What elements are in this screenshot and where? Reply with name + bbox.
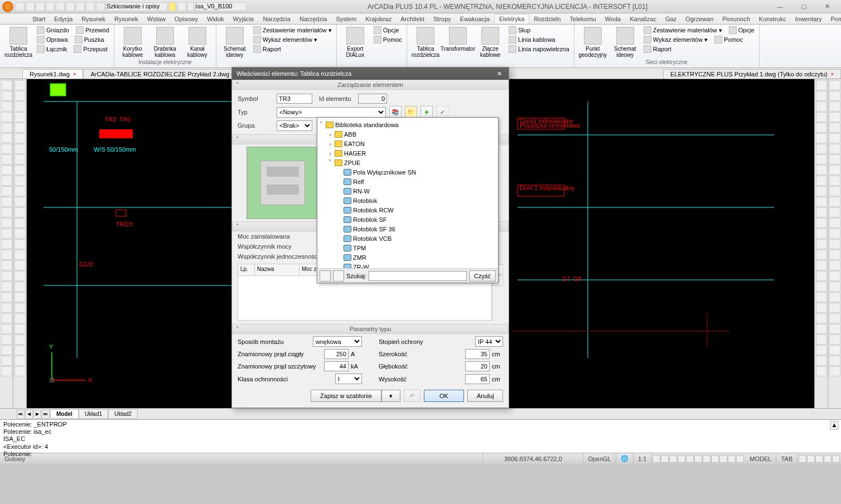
tool-button[interactable] (1, 112, 12, 122)
ribbon-large-button[interactable]: Tablica rozdzielcza (410, 26, 441, 59)
table-header-cell[interactable]: Lp. (238, 264, 255, 275)
ribbon-large-button[interactable]: Transformator (443, 26, 473, 53)
tab-first-button[interactable]: ⏮ (17, 410, 25, 419)
tool-button[interactable] (14, 186, 26, 196)
tool-button[interactable] (816, 91, 827, 101)
tool-button[interactable] (829, 165, 840, 175)
tool-button[interactable] (816, 292, 827, 302)
ribbon-large-button[interactable]: Tablica rozdzielcza (3, 26, 33, 59)
qat-sun-icon[interactable] (168, 2, 176, 11)
ok-button[interactable]: OK (424, 390, 464, 402)
save-template-dropdown[interactable]: ▾ (381, 390, 400, 402)
tool-button[interactable] (1, 250, 12, 260)
command-line-panel[interactable]: Polecenie: _ENTPROP Polecenie: isa_ec IS… (0, 419, 841, 453)
tool-button[interactable] (14, 133, 26, 143)
menu-item[interactable]: Opisowy (170, 14, 202, 23)
ribbon-small-button[interactable]: Linia kablowa (508, 35, 557, 44)
clear-button[interactable]: Czyść (469, 270, 496, 282)
tool-button[interactable] (1, 80, 12, 90)
section-header-manage[interactable]: ˅Zarządzanie elementem (232, 80, 509, 90)
tool-button[interactable] (14, 207, 26, 217)
tree-leaf[interactable]: RN-W (318, 186, 497, 196)
wys-input[interactable] (465, 374, 490, 384)
tool-button[interactable] (829, 133, 840, 143)
tab-close-icon[interactable]: × (831, 71, 834, 77)
ribbon-small-button[interactable]: Wykaz elementów ▾ (252, 35, 318, 44)
tool-button[interactable] (1, 197, 12, 207)
section-header-type-params[interactable]: ˅Parametry typu (232, 324, 509, 334)
sposob-dropdown[interactable]: wnękowa (313, 336, 362, 347)
tab-close-icon[interactable]: × (73, 71, 76, 77)
tool-button[interactable] (14, 271, 26, 281)
qat-layer-dropdown[interactable]: isa_V0_B100 (195, 2, 246, 11)
ribbon-large-button[interactable]: Złącze kablowe (475, 26, 505, 59)
tool-button[interactable] (1, 345, 12, 355)
tool-button[interactable] (816, 282, 827, 292)
qat-template-dropdown[interactable]: Szkicowanie i opisy (106, 2, 167, 11)
klasa-dropdown[interactable]: I (335, 374, 362, 384)
tool-button[interactable] (829, 250, 840, 260)
layout-tab-2[interactable]: Układ2 (108, 409, 138, 419)
tool-button[interactable] (14, 313, 26, 323)
tab-next-button[interactable]: ▶ (33, 410, 41, 419)
close-button[interactable]: ✕ (815, 1, 839, 12)
tree-leaf[interactable]: Relf (318, 177, 497, 186)
menu-item[interactable]: Pomoc (826, 14, 841, 23)
tool-button[interactable] (14, 260, 26, 270)
qat-button[interactable] (66, 2, 75, 11)
group-dropdown[interactable]: <Brak> (277, 120, 312, 131)
tool-button[interactable] (816, 356, 827, 366)
tool-button[interactable] (14, 101, 26, 112)
ribbon-small-button[interactable]: Wykaz elementów ▾ (642, 35, 709, 44)
tool-button[interactable] (14, 80, 26, 90)
type-dropdown[interactable]: <Nowy> (277, 107, 386, 118)
tab-last-button[interactable]: ⏭ (42, 410, 50, 419)
tool-button[interactable] (14, 91, 26, 101)
tool-button[interactable] (1, 366, 12, 376)
qat-button[interactable] (16, 2, 25, 11)
ribbon-small-button[interactable]: Opcje (728, 26, 756, 35)
library-tree[interactable]: ˅Biblioteka standardowa›ABB›EATON›HAGER˅… (317, 118, 498, 268)
qat-button[interactable] (36, 2, 45, 11)
tool-button[interactable] (14, 165, 26, 175)
ribbon-large-button[interactable]: Drabinka kablowa (150, 26, 180, 59)
tool-button[interactable] (816, 271, 827, 281)
tool-button[interactable] (1, 292, 12, 302)
tree-folder[interactable]: ›ABB (318, 129, 497, 139)
tree-leaf[interactable]: Rotoblok SF 36 (318, 224, 497, 234)
tool-button[interactable] (816, 345, 827, 355)
tree-leaf[interactable]: ZR-W (318, 262, 497, 268)
tool-button[interactable] (1, 260, 12, 270)
tool-button[interactable] (816, 324, 827, 334)
layout-tab-1[interactable]: Układ1 (79, 409, 108, 419)
type-library-button[interactable]: 📚 (389, 106, 402, 118)
tool-button[interactable] (829, 218, 840, 228)
tool-button[interactable] (829, 112, 840, 122)
qat-button[interactable] (187, 2, 194, 11)
tool-button[interactable] (1, 154, 12, 164)
tool-button[interactable] (1, 324, 12, 334)
tool-button[interactable] (14, 345, 26, 355)
tool-button[interactable] (829, 356, 840, 366)
tool-button[interactable] (14, 123, 26, 133)
menu-item[interactable]: Architekt (396, 14, 429, 23)
tool-button[interactable] (1, 239, 12, 249)
tree-collapse-button[interactable] (333, 270, 344, 282)
tool-button[interactable] (816, 218, 827, 228)
menu-item[interactable]: Ewakuacja (456, 14, 494, 23)
menu-item[interactable]: Telekomu (566, 14, 601, 23)
tool-button[interactable] (1, 133, 12, 143)
tool-button[interactable] (14, 229, 26, 239)
tool-button[interactable] (14, 356, 26, 366)
ribbon-small-button[interactable]: Oprawa (36, 35, 69, 44)
menu-item[interactable]: Elektryka (494, 14, 529, 23)
tool-button[interactable] (829, 123, 840, 133)
tool-button[interactable] (829, 260, 840, 270)
tool-button[interactable] (1, 282, 12, 292)
tool-button[interactable] (14, 335, 26, 345)
tool-button[interactable] (14, 324, 26, 334)
tool-button[interactable] (1, 218, 12, 228)
menu-item[interactable]: Konstrukc (755, 14, 791, 23)
tool-button[interactable] (14, 292, 26, 302)
menu-item[interactable]: Krajobraz (361, 14, 396, 23)
